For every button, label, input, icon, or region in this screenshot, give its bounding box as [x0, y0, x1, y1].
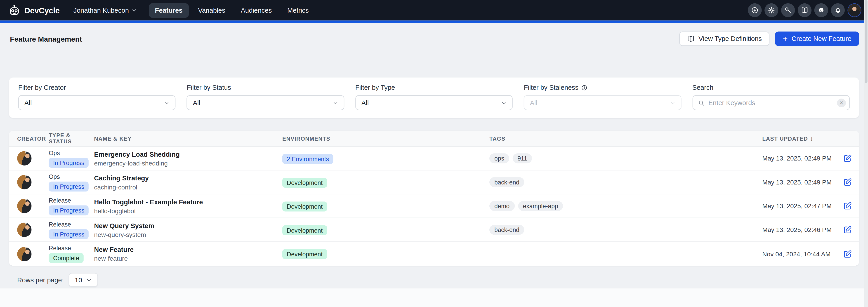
last-updated-label: Last Updated	[762, 135, 808, 142]
top-navigation: DevCycle Jonathan Kubecon Features Varia…	[0, 0, 868, 21]
table-row[interactable]: Release Complete New Feature new-feature…	[9, 242, 859, 266]
column-header-environments[interactable]: Environments	[282, 135, 489, 142]
create-new-feature-button[interactable]: + Create New Feature	[775, 32, 859, 46]
page-bottom-background	[0, 288, 864, 307]
table-row[interactable]: Release In Progress New Query System new…	[9, 218, 859, 242]
view-type-definitions-label: View Type Definitions	[699, 35, 762, 42]
feature-name[interactable]: New Query System	[94, 222, 282, 229]
edit-feature-button[interactable]	[843, 225, 852, 234]
filter-status-group: Filter by Status All	[187, 84, 344, 110]
tab-variables[interactable]: Variables	[192, 3, 231, 18]
plus-icon: +	[783, 34, 787, 43]
edit-feature-button[interactable]	[843, 154, 852, 163]
tag-badge: back-end	[489, 177, 524, 187]
edit-pencil-icon	[843, 225, 852, 234]
search-clear-button[interactable]: ✕	[837, 98, 846, 107]
filter-creator-group: Filter by Creator All	[18, 84, 176, 110]
tab-features[interactable]: Features	[149, 3, 188, 18]
rows-per-page-value: 10	[75, 276, 82, 284]
filter-status-select[interactable]: All	[187, 95, 344, 110]
devcycle-robot-logo-icon	[8, 4, 21, 16]
app-root: DevCycle Jonathan Kubecon Features Varia…	[0, 0, 868, 307]
key-icon	[784, 6, 792, 14]
filter-status-label: Filter by Status	[187, 84, 344, 91]
table-row[interactable]: Ops In Progress Emergency Load Shedding …	[9, 147, 859, 171]
environments-badge[interactable]: Development	[282, 178, 327, 187]
tag-badge: ops	[489, 153, 509, 163]
nav-utility-icons	[748, 3, 862, 17]
settings-button[interactable]	[765, 3, 778, 17]
last-updated-value: May 13, 2025, 02:46 PM	[762, 226, 828, 233]
edit-pencil-icon	[843, 202, 852, 210]
api-keys-button[interactable]	[781, 3, 795, 17]
page-header: Feature Management View Type Definitions…	[0, 23, 868, 55]
feature-name[interactable]: Emergency Load Shedding	[94, 150, 282, 158]
user-avatar[interactable]	[847, 3, 861, 17]
gear-icon	[768, 6, 775, 14]
bell-icon	[834, 6, 842, 14]
status-badge: In Progress	[49, 181, 89, 191]
discord-button[interactable]	[814, 3, 828, 17]
book-icon	[801, 6, 808, 14]
environments-badge[interactable]: Development	[282, 201, 327, 211]
search-label: Search	[692, 84, 850, 91]
add-circle-button[interactable]	[748, 3, 762, 17]
scrollbar-thumb[interactable]	[865, 0, 867, 83]
tab-metrics[interactable]: Metrics	[281, 3, 315, 18]
status-badge: Complete	[49, 253, 84, 263]
search-group: Search ✕	[692, 84, 850, 110]
feature-key: new-feature	[94, 255, 282, 262]
table-row[interactable]: Release In Progress Hello Togglebot - Ex…	[9, 194, 859, 218]
edit-feature-button[interactable]	[843, 202, 852, 210]
search-field: ✕	[692, 95, 850, 110]
edit-feature-button[interactable]	[843, 249, 852, 258]
filter-type-value: All	[362, 99, 369, 106]
edit-pencil-icon	[843, 249, 852, 258]
filter-staleness-label: Filter by Staleness	[524, 84, 681, 91]
table-row[interactable]: Ops In Progress Caching Strategy caching…	[9, 171, 859, 194]
tag-badge: back-end	[489, 225, 524, 235]
column-header-tags[interactable]: Tags	[489, 135, 762, 142]
info-icon[interactable]	[581, 84, 587, 90]
column-header-last-updated[interactable]: Last Updated ↓	[762, 135, 828, 142]
edit-pencil-icon	[843, 178, 852, 186]
feature-name[interactable]: Hello Togglebot - Example Feature	[94, 198, 282, 206]
chevron-down-icon	[670, 100, 675, 105]
chevron-down-icon	[131, 8, 136, 13]
rows-per-page-select[interactable]: 10	[69, 273, 98, 287]
last-updated-value: May 13, 2025, 02:47 PM	[762, 203, 828, 209]
project-switcher[interactable]: Jonathan Kubecon	[73, 6, 136, 14]
environments-badge[interactable]: 2 Environments	[282, 154, 333, 164]
page-scrollbar[interactable]	[864, 0, 868, 307]
feature-key: emergency-load-shedding	[94, 160, 282, 166]
search-input[interactable]	[708, 99, 833, 106]
filter-creator-select[interactable]: All	[18, 95, 176, 110]
chevron-down-icon	[501, 100, 506, 105]
environments-badge[interactable]: Development	[282, 249, 327, 259]
edit-pencil-icon	[843, 154, 852, 163]
documentation-button[interactable]	[798, 3, 811, 17]
project-name: Jonathan Kubecon	[73, 6, 129, 14]
column-header-creator[interactable]: Creator	[17, 135, 49, 142]
filter-type-select[interactable]: All	[355, 95, 513, 110]
brand[interactable]: DevCycle	[8, 4, 60, 16]
book-icon	[687, 35, 694, 42]
feature-name[interactable]: Caching Strategy	[94, 174, 282, 182]
discord-icon	[817, 6, 825, 14]
environments-badge[interactable]: Development	[282, 225, 327, 235]
filter-type-group: Filter by Type All	[355, 84, 513, 110]
view-type-definitions-button[interactable]: View Type Definitions	[679, 32, 770, 46]
status-badge: In Progress	[49, 229, 89, 239]
notifications-button[interactable]	[831, 3, 845, 17]
column-header-name-key[interactable]: Name & Key	[94, 135, 282, 142]
filter-creator-label: Filter by Creator	[18, 84, 176, 91]
filter-type-label: Filter by Type	[355, 84, 513, 91]
last-updated-value: May 13, 2025, 02:49 PM	[762, 155, 828, 162]
main-content: Filter by Creator All Filter by Status A…	[0, 78, 868, 287]
top-progress-bar	[0, 21, 868, 23]
edit-feature-button[interactable]	[843, 178, 852, 186]
column-header-type-status[interactable]: Type & Status	[49, 132, 94, 145]
feature-name[interactable]: New Feature	[94, 246, 282, 253]
tab-audiences[interactable]: Audiences	[235, 3, 278, 18]
nav-tabs: Features Variables Audiences Metrics	[149, 3, 315, 18]
